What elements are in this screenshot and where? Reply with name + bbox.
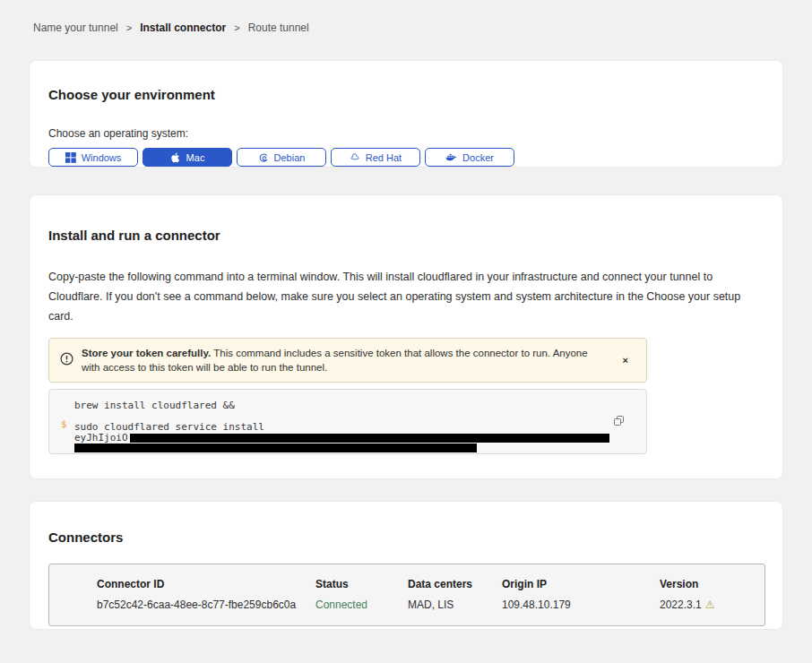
- data-centers-value: MAD, LIS: [408, 598, 502, 611]
- os-button-windows[interactable]: Windows: [48, 148, 138, 167]
- os-button-label: Debian: [274, 152, 306, 163]
- install-command-code-block: brew install cloudflared && $ sudo cloud…: [48, 389, 647, 454]
- token-warning-title: Store your token carefully.: [82, 348, 211, 358]
- header-data-centers: Data centers: [408, 578, 502, 590]
- connectors-table: Connector ID Status Data centers Origin …: [48, 564, 765, 626]
- breadcrumb-separator: >: [234, 22, 239, 33]
- connectors-card: Connectors Connector ID Status Data cent…: [29, 501, 783, 630]
- environment-card-title: Choose your environment: [48, 87, 764, 102]
- os-button-label: Docker: [462, 152, 494, 163]
- code-line-token: eyJhIjoiO: [74, 433, 632, 452]
- os-button-mac[interactable]: Mac: [143, 148, 232, 167]
- status-badge: Connected: [315, 598, 408, 611]
- redacted-token-bar: [74, 443, 477, 452]
- os-button-label: Windows: [82, 152, 122, 163]
- header-connector-id: Connector ID: [97, 578, 315, 590]
- version-number: 2022.3.1: [660, 598, 702, 611]
- os-button-debian[interactable]: Debian: [237, 148, 326, 167]
- table-row: b7c52c42-6caa-48ee-8c77-fbe259cb6c0a Con…: [97, 598, 747, 611]
- close-icon: ×: [623, 355, 628, 366]
- copy-command-button[interactable]: [613, 415, 625, 429]
- version-warning-icon: ⚠: [705, 598, 715, 611]
- token-warning-text: Store your token carefully. This command…: [82, 346, 608, 375]
- os-select-label: Choose an operating system:: [48, 127, 764, 140]
- os-button-label: Red Hat: [366, 152, 402, 163]
- windows-icon: [65, 152, 76, 163]
- breadcrumb-install-connector[interactable]: Install connector: [140, 22, 226, 34]
- connector-id-value: b7c52c42-6caa-48ee-8c77-fbe259cb6c0a: [97, 598, 315, 611]
- token-visible-prefix: eyJhIjoiO: [74, 432, 128, 443]
- apple-icon: [170, 152, 181, 163]
- install-connector-card: Install and run a connector Copy-paste t…: [29, 194, 783, 479]
- header-status: Status: [315, 578, 408, 590]
- breadcrumb-separator: >: [126, 22, 132, 33]
- install-card-title: Install and run a connector: [48, 228, 764, 243]
- redacted-token-bar: [130, 434, 609, 443]
- close-banner-button[interactable]: ×: [616, 353, 635, 367]
- debian-icon: [258, 152, 269, 163]
- os-button-group: Windows Mac Debian Red Hat: [48, 148, 764, 167]
- connectors-table-header: Connector ID Status Data centers Origin …: [97, 578, 747, 590]
- docker-icon: [445, 152, 457, 163]
- code-line-brew: brew install cloudflared &&: [74, 400, 632, 411]
- header-origin-ip: Origin IP: [502, 578, 660, 590]
- header-version: Version: [660, 578, 747, 590]
- version-value: 2022.3.1⚠: [660, 598, 747, 611]
- os-button-docker[interactable]: Docker: [425, 148, 514, 167]
- copy-icon: [613, 416, 625, 429]
- alert-circle-icon: [60, 352, 73, 369]
- token-warning-banner: Store your token carefully. This command…: [48, 338, 647, 383]
- install-description: Copy-paste the following command into a …: [48, 267, 762, 326]
- environment-card: Choose your environment Choose an operat…: [29, 60, 783, 168]
- os-button-redhat[interactable]: Red Hat: [331, 148, 420, 167]
- os-button-label: Mac: [186, 152, 205, 163]
- code-line-service-install: sudo cloudflared service install: [74, 421, 632, 433]
- breadcrumb-route-tunnel[interactable]: Route tunnel: [248, 22, 309, 34]
- shell-prompt: $: [61, 418, 67, 430]
- breadcrumb: Name your tunnel > Install connector > R…: [0, 0, 812, 34]
- origin-ip-value: 109.48.10.179: [502, 598, 660, 611]
- connectors-card-title: Connectors: [48, 530, 764, 545]
- redhat-icon: [350, 152, 360, 163]
- breadcrumb-name-your-tunnel[interactable]: Name your tunnel: [33, 22, 118, 34]
